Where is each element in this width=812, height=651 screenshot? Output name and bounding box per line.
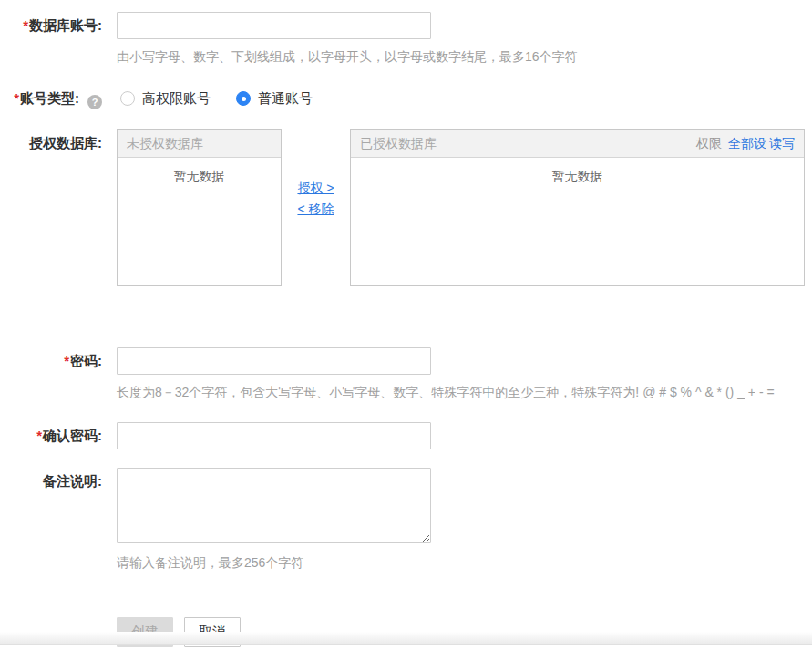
authorized-db-panel-header: 已授权数据库 权限全部设读写 [351, 130, 804, 158]
confirm-password-label: *确认密码: [0, 422, 102, 450]
confirm-password-label-text: 确认密码: [43, 428, 102, 443]
authorized-db-control: 未授权数据库 暂无数据 授权 > < 移除 已授权数据库 [117, 129, 805, 286]
remarks-control [117, 468, 431, 547]
help-icon[interactable]: ? [87, 95, 102, 109]
field-row-authorized-db: 授权数据库: 未授权数据库 暂无数据 授权 > < 移除 [0, 129, 812, 286]
password-hint: 长度为8－32个字符，包含大写字母、小写字母、数字、特殊字符中的至少三种，特殊字… [117, 384, 812, 400]
field-row-confirm-password: *确认密码: [0, 422, 812, 450]
radio-checked-icon[interactable] [236, 91, 251, 106]
radio-unchecked-icon[interactable] [120, 91, 135, 106]
required-asterisk: * [36, 428, 42, 443]
password-control [117, 347, 431, 375]
form-actions: 创建 取消 [117, 617, 812, 647]
account-label-text: 数据库账号: [29, 17, 102, 33]
unauthorized-db-list[interactable]: 暂无数据 [118, 169, 281, 296]
confirm-password-input[interactable] [117, 422, 431, 450]
remove-link[interactable]: < 移除 [297, 201, 334, 217]
required-asterisk: * [14, 90, 19, 106]
account-label: *数据库账号: [0, 12, 102, 39]
account-input[interactable] [117, 12, 431, 39]
unauthorized-db-panel-header: 未授权数据库 [118, 130, 281, 158]
set-all-link[interactable]: 全部设 [728, 136, 766, 150]
authorize-link[interactable]: 授权 > [297, 180, 334, 196]
remarks-textarea[interactable] [117, 468, 431, 543]
field-row-account-type: *账号类型:? 高权限账号 普通账号 [0, 88, 812, 109]
radio-option-label: 高权限账号 [142, 90, 211, 108]
form: *数据库账号: 由小写字母、数字、下划线组成，以字母开头，以字母或数字结尾，最多… [0, 0, 812, 647]
create-db-account-form: *数据库账号: 由小写字母、数字、下划线组成，以字母开头，以字母或数字结尾，最多… [0, 0, 812, 651]
required-asterisk: * [23, 17, 28, 33]
password-input[interactable] [117, 347, 431, 375]
authorized-db-list[interactable]: 暂无数据 [351, 169, 804, 296]
account-type-radio-group: 高权限账号 普通账号 [120, 88, 313, 108]
field-row-account: *数据库账号: [0, 12, 812, 39]
field-row-password: *密码: [0, 347, 812, 375]
transfer-actions: 授权 > < 移除 [282, 129, 350, 222]
authorized-db-panel-title: 已授权数据库 [360, 136, 437, 152]
permission-controls: 权限全部设读写 [696, 136, 795, 152]
authorized-db-panel: 已授权数据库 权限全部设读写 暂无数据 [350, 129, 805, 286]
readwrite-link[interactable]: 读写 [769, 136, 795, 150]
empty-data-text: 暂无数据 [351, 169, 804, 185]
radio-option-high-privilege[interactable]: 高权限账号 [120, 90, 211, 108]
remarks-label: 备注说明: [0, 468, 102, 495]
authorized-db-label: 授权数据库: [0, 129, 102, 157]
cancel-button[interactable]: 取消 [184, 617, 241, 647]
radio-option-label: 普通账号 [258, 90, 313, 108]
radio-option-normal[interactable]: 普通账号 [236, 90, 313, 108]
account-hint: 由小写字母、数字、下划线组成，以字母开头，以字母或数字结尾，最多16个字符 [117, 48, 812, 65]
confirm-password-control [117, 422, 431, 450]
unauthorized-db-panel: 未授权数据库 暂无数据 [117, 129, 282, 286]
permission-label: 权限 [696, 136, 722, 150]
create-button[interactable]: 创建 [117, 617, 173, 647]
account-type-label: *账号类型:? [0, 88, 102, 109]
required-asterisk: * [64, 353, 69, 368]
field-row-remarks: 备注说明: [0, 468, 812, 547]
password-label-text: 密码: [70, 353, 102, 368]
account-type-label-text: 账号类型: [20, 90, 79, 106]
remarks-label-text: 备注说明: [43, 473, 102, 489]
empty-data-text: 暂无数据 [118, 169, 281, 185]
password-label: *密码: [0, 347, 102, 375]
authorized-db-label-text: 授权数据库: [29, 135, 102, 150]
db-transfer-widget: 未授权数据库 暂无数据 授权 > < 移除 已授权数据库 [117, 129, 805, 286]
remarks-hint: 请输入备注说明，最多256个字符 [117, 554, 812, 571]
unauthorized-db-panel-title: 未授权数据库 [127, 136, 203, 152]
account-control [117, 12, 431, 39]
